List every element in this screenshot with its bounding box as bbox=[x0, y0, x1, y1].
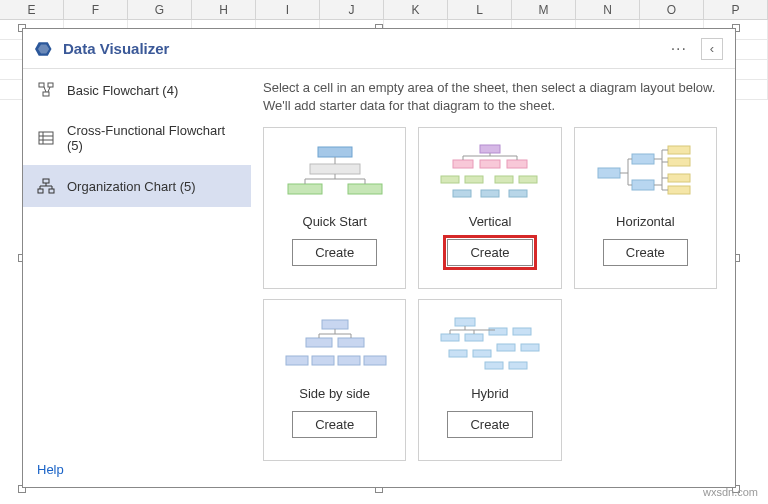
card-title: Quick Start bbox=[303, 214, 367, 229]
create-button[interactable]: Create bbox=[447, 411, 532, 438]
sidebar-item-label: Cross-Functional Flowchart (5) bbox=[67, 123, 237, 153]
svg-rect-73 bbox=[465, 334, 483, 341]
card-side-by-side[interactable]: Side by side Create bbox=[263, 299, 406, 461]
visio-icon bbox=[35, 40, 53, 58]
svg-rect-61 bbox=[306, 338, 332, 347]
svg-rect-42 bbox=[598, 168, 620, 178]
svg-rect-28 bbox=[453, 160, 473, 168]
svg-rect-2 bbox=[39, 83, 44, 87]
layout-cards: Quick Start Create Vertical bbox=[263, 127, 717, 461]
svg-rect-64 bbox=[312, 356, 334, 365]
create-button[interactable]: Create bbox=[603, 239, 688, 266]
quick-start-thumb bbox=[272, 136, 397, 208]
collapse-button[interactable]: ‹ bbox=[701, 38, 723, 60]
svg-rect-43 bbox=[632, 154, 654, 164]
svg-rect-63 bbox=[286, 356, 308, 365]
svg-rect-60 bbox=[322, 320, 348, 329]
svg-rect-18 bbox=[318, 147, 352, 157]
svg-rect-44 bbox=[632, 180, 654, 190]
col[interactable]: J bbox=[320, 0, 384, 19]
create-button[interactable]: Create bbox=[292, 411, 377, 438]
data-visualizer-panel: Data Visualizer ··· ‹ Basic Flowchart (4… bbox=[22, 28, 736, 488]
column-headers: E F G H I J K L M N O P bbox=[0, 0, 768, 20]
sidebar: Basic Flowchart (4) Cross-Functional Flo… bbox=[23, 69, 251, 487]
svg-rect-33 bbox=[495, 176, 513, 183]
card-title: Side by side bbox=[299, 386, 370, 401]
svg-rect-76 bbox=[449, 350, 467, 357]
col[interactable]: N bbox=[576, 0, 640, 19]
sidebar-item-cross-functional[interactable]: Cross-Functional Flowchart (5) bbox=[23, 111, 251, 165]
card-hybrid[interactable]: Hybrid Create bbox=[418, 299, 561, 461]
sidebar-item-label: Basic Flowchart (4) bbox=[67, 83, 178, 98]
card-vertical[interactable]: Vertical Create bbox=[418, 127, 561, 289]
col[interactable]: L bbox=[448, 0, 512, 19]
col[interactable]: K bbox=[384, 0, 448, 19]
svg-rect-30 bbox=[507, 160, 527, 168]
svg-rect-37 bbox=[509, 190, 527, 197]
col[interactable]: E bbox=[0, 0, 64, 19]
col[interactable]: P bbox=[704, 0, 768, 19]
svg-rect-48 bbox=[668, 186, 690, 194]
svg-rect-62 bbox=[338, 338, 364, 347]
panel-header: Data Visualizer ··· ‹ bbox=[23, 29, 735, 69]
card-quick-start[interactable]: Quick Start Create bbox=[263, 127, 406, 289]
svg-rect-45 bbox=[668, 146, 690, 154]
svg-rect-66 bbox=[364, 356, 386, 365]
instructions-text: Select a cell in an empty area of the sh… bbox=[263, 79, 717, 115]
svg-line-6 bbox=[48, 87, 50, 92]
col[interactable]: G bbox=[128, 0, 192, 19]
sidebar-item-label: Organization Chart (5) bbox=[67, 179, 196, 194]
svg-rect-32 bbox=[465, 176, 483, 183]
more-button[interactable]: ··· bbox=[665, 38, 693, 60]
svg-rect-11 bbox=[43, 179, 49, 183]
svg-rect-34 bbox=[519, 176, 537, 183]
svg-rect-13 bbox=[49, 189, 54, 193]
content-area: Select a cell in an empty area of the sh… bbox=[251, 69, 735, 487]
svg-rect-31 bbox=[441, 176, 459, 183]
flowchart-icon bbox=[37, 81, 55, 99]
col[interactable]: F bbox=[64, 0, 128, 19]
svg-rect-74 bbox=[489, 328, 507, 335]
orgchart-icon bbox=[37, 177, 55, 195]
svg-rect-81 bbox=[509, 362, 527, 369]
svg-rect-72 bbox=[441, 334, 459, 341]
sidebar-item-basic-flowchart[interactable]: Basic Flowchart (4) bbox=[23, 69, 251, 111]
panel-title: Data Visualizer bbox=[63, 40, 665, 57]
svg-rect-36 bbox=[481, 190, 499, 197]
svg-rect-20 bbox=[288, 184, 322, 194]
create-button[interactable]: Create bbox=[292, 239, 377, 266]
col[interactable]: O bbox=[640, 0, 704, 19]
watermark: wxsdn.com bbox=[703, 486, 758, 498]
svg-line-5 bbox=[44, 87, 46, 92]
svg-rect-29 bbox=[480, 160, 500, 168]
svg-rect-46 bbox=[668, 158, 690, 166]
swimlane-icon bbox=[37, 129, 55, 147]
col[interactable]: I bbox=[256, 0, 320, 19]
svg-rect-65 bbox=[338, 356, 360, 365]
card-horizontal[interactable]: Horizontal Create bbox=[574, 127, 717, 289]
svg-rect-75 bbox=[513, 328, 531, 335]
svg-rect-21 bbox=[348, 184, 382, 194]
col[interactable]: M bbox=[512, 0, 576, 19]
svg-rect-7 bbox=[39, 132, 53, 144]
hybrid-thumb bbox=[427, 308, 552, 380]
side-by-side-thumb bbox=[272, 308, 397, 380]
svg-rect-12 bbox=[38, 189, 43, 193]
svg-rect-4 bbox=[43, 92, 49, 96]
card-title: Horizontal bbox=[616, 214, 675, 229]
create-button[interactable]: Create bbox=[447, 239, 532, 266]
svg-rect-35 bbox=[453, 190, 471, 197]
col[interactable]: H bbox=[192, 0, 256, 19]
card-title: Hybrid bbox=[471, 386, 509, 401]
svg-rect-77 bbox=[473, 350, 491, 357]
sidebar-item-organization-chart[interactable]: Organization Chart (5) bbox=[23, 165, 251, 207]
help-link[interactable]: Help bbox=[23, 452, 251, 487]
svg-rect-27 bbox=[480, 145, 500, 153]
horizontal-thumb bbox=[583, 136, 708, 208]
svg-rect-3 bbox=[48, 83, 53, 87]
svg-rect-71 bbox=[455, 318, 475, 326]
svg-rect-19 bbox=[310, 164, 360, 174]
vertical-thumb bbox=[427, 136, 552, 208]
svg-rect-78 bbox=[497, 344, 515, 351]
svg-rect-79 bbox=[521, 344, 539, 351]
